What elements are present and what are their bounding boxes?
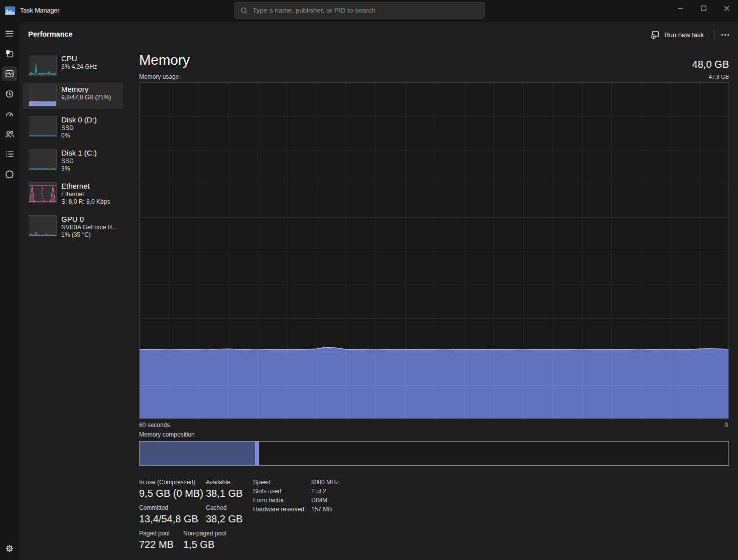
startup-apps-icon [5,109,15,119]
panel-title: Memory [139,52,190,68]
hardware-reserved-label: Hardware reserved: [253,506,306,513]
run-new-task-button[interactable]: Run new task [646,27,709,42]
committed-label: Committed [139,504,168,511]
more-options-icon [724,34,726,36]
available-value: 38,1 GB [206,488,242,499]
sidebar-item-gpu0[interactable]: GPU 0 NVIDIA GeForce R... 1% (35 °C) [23,213,123,244]
paged-pool-label: Paged pool [139,530,170,537]
sidebar-item-type: SSD [61,158,97,165]
run-new-task-icon [651,30,660,39]
search-box[interactable] [234,2,485,19]
memory-composition-label: Memory composition [139,431,195,438]
close-icon [724,6,729,11]
maximize-icon [701,6,706,11]
more-options-icon [727,34,729,36]
memory-composition-bar[interactable] [139,441,729,466]
cached-value: 38,2 GB [206,513,242,525]
chart-time-axis-right: 0 [724,422,728,429]
search-input[interactable] [253,7,478,14]
slots-used-value: 2 of 2 [311,488,326,495]
sidebar-item-type: Ethernet [61,191,110,198]
sidebar-item-stat: 0% [61,132,97,139]
nav-startup-apps[interactable] [2,106,17,121]
slots-used-label: Slots used: [253,488,283,495]
memory-usage-chart [139,82,729,419]
nav-performance[interactable] [2,66,17,81]
chart-time-axis-left: 60 seconds [139,422,170,429]
titlebar: Task Manager [0,0,738,22]
processes-icon [5,49,15,59]
more-options-button[interactable] [718,29,732,40]
sidebar-item-stat: 3% 4,24 GHz [61,63,97,71]
window-title: Task Manager [20,7,60,14]
sidebar-item-memory[interactable]: Memory 9,8/47,8 GB (21%) [23,83,123,109]
nonpaged-pool-value: 1,5 GB [183,539,214,550]
search-icon [240,7,248,14]
sidebar-item-title: CPU [61,54,97,63]
nonpaged-pool-label: Non-paged pool [183,530,226,537]
users-icon [5,129,15,139]
navigation-rail [0,22,19,560]
app-history-icon [5,89,15,99]
disk0-mini-graph [29,116,57,137]
task-manager-app-icon [5,7,15,15]
nav-details[interactable] [2,147,17,162]
composition-segment-in-use[interactable] [140,442,256,465]
paged-pool-value: 722 MB [139,539,174,550]
cached-label: Cached [206,504,226,511]
task-manager-window: Task Manager [0,0,738,560]
page-title: Performance [28,30,73,38]
sidebar-item-stat: S: 8,0 R: 8,0 Kbps [61,198,110,206]
minimize-icon [678,6,683,11]
sidebar-item-type: SSD [61,124,97,132]
minimize-button[interactable] [669,0,692,16]
form-factor-label: Form factor: [253,497,286,504]
gpu-mini-graph [29,215,57,236]
available-label: Available [206,479,230,486]
committed-value: 13,4/54,8 GB [139,513,198,525]
maximize-button[interactable] [692,0,715,16]
ethernet-mini-graph [29,182,57,203]
sidebar-item-title: GPU 0 [61,214,117,224]
speed-label: Speed: [253,479,272,486]
sidebar-item-title: Disk 0 (D:) [61,115,97,124]
sidebar-item-disk0[interactable]: Disk 0 (D:) SSD 0% [23,113,123,145]
cpu-mini-graph [29,55,57,76]
sidebar-item-stat: 1% (35 °C) [61,231,117,239]
sidebar-item-ethernet[interactable]: Ethernet Ethernet S: 8,0 R: 8,0 Kbps [23,180,123,211]
menu-icon [5,29,15,39]
sidebar-item-stat: 3% [61,165,97,173]
run-new-task-label: Run new task [664,31,704,39]
more-options-icon [721,34,723,36]
nav-users[interactable] [2,126,17,142]
sidebar-item-title: Ethernet [61,181,110,191]
sidebar-item-stat: 9,8/47,8 GB (21%) [61,94,111,101]
sidebar-item-type: NVIDIA GeForce R... [61,224,117,231]
nav-app-history[interactable] [2,86,17,101]
header-divider [714,29,715,40]
sidebar-item-cpu[interactable]: CPU 3% 4,24 GHz [23,52,123,80]
sidebar-item-title: Disk 1 (C:) [61,148,97,158]
close-button[interactable] [715,0,738,16]
in-use-value: 9,5 GB (0 MB) [139,488,203,499]
in-use-label: In use (Compressed) [139,479,195,486]
speed-value: 8000 MHz [311,479,339,486]
settings-icon [5,543,15,553]
settings-button[interactable] [2,541,17,556]
performance-icon [5,69,15,79]
form-factor-value: DIMM [311,497,327,504]
sidebar-item-title: Memory [61,84,111,94]
hardware-reserved-value: 157 MB [311,506,332,513]
disk1-mini-graph [29,149,57,170]
details-icon [5,149,15,159]
services-icon [5,169,15,179]
memory-total-capacity: 48,0 GB [692,59,729,70]
chart-scale-max: 47,8 GB [709,74,729,80]
nav-processes[interactable] [2,46,17,61]
nav-services[interactable] [2,167,17,182]
menu-button[interactable] [2,26,17,41]
sidebar-item-disk1[interactable]: Disk 1 (C:) SSD 3% [23,147,123,178]
memory-mini-graph [29,85,57,106]
composition-segment-free[interactable] [259,442,728,465]
memory-usage-label: Memory usage [139,73,179,80]
